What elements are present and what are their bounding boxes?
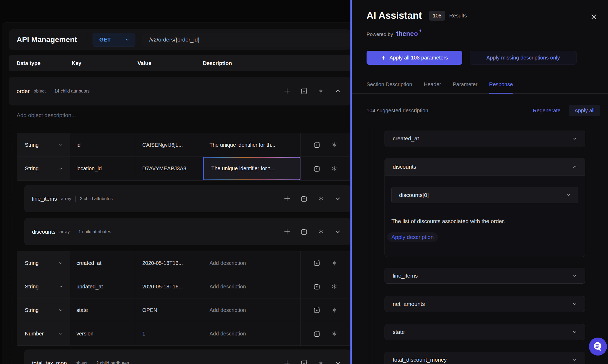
description-cell[interactable]: Add description (203, 251, 301, 275)
sparkle-icon (381, 55, 386, 61)
chat-bubble-button[interactable] (589, 338, 607, 356)
key-cell[interactable]: location_id (70, 157, 136, 180)
required-asterisk-icon[interactable] (331, 165, 338, 172)
group-kind: array (61, 196, 71, 201)
attribute-rows-group-top: String id CAISENgvlJ6jL... The unique id… (17, 133, 350, 181)
chevron-up-icon[interactable] (334, 87, 341, 95)
regenerate-link[interactable]: Regenerate (533, 108, 561, 114)
value-cell[interactable]: D7AVYMEAPJ3A3 (136, 157, 203, 180)
type-dropdown[interactable]: String (17, 133, 70, 156)
chevron-down-icon[interactable] (334, 228, 341, 235)
accordion-discounts-expanded: discounts discounts[0] The list of disco… (385, 158, 585, 257)
type-dropdown[interactable]: Number (17, 322, 70, 345)
chevron-down-icon[interactable] (334, 360, 341, 364)
ai-generate-icon[interactable] (313, 141, 320, 148)
group-key: total_tax_mon... (32, 360, 71, 364)
group-key: discounts (32, 229, 56, 235)
accordion-total-discount-money[interactable]: total_discount_money (385, 352, 585, 364)
table-row: Number version 1 Add description (17, 322, 350, 345)
accordion-state[interactable]: state (385, 324, 585, 340)
required-asterisk-icon[interactable] (331, 307, 338, 314)
apply-all-button[interactable]: Apply all (569, 105, 600, 116)
description-cell[interactable]: Add description (203, 275, 301, 298)
object-description-input[interactable]: Add object description... (17, 112, 76, 118)
value-cell[interactable]: 2020-05-18T16... (136, 275, 203, 298)
ai-generate-icon[interactable] (300, 228, 308, 235)
chevron-down-icon[interactable] (334, 195, 341, 202)
description-cell[interactable]: The unique identifier for th... (203, 133, 301, 156)
chevron-up-icon (572, 164, 578, 170)
key-cell[interactable]: state (70, 298, 136, 322)
required-asterisk-icon[interactable] (317, 360, 324, 364)
type-dropdown[interactable]: String (17, 157, 70, 180)
required-asterisk-icon[interactable] (317, 228, 324, 235)
value-cell[interactable]: 2020-05-18T16... (136, 251, 203, 275)
ai-generate-icon[interactable] (300, 87, 308, 95)
add-attribute-icon[interactable] (284, 195, 291, 202)
apply-missing-descriptions-button[interactable]: Apply missing descriptions only (470, 51, 577, 65)
chevron-down-icon (58, 260, 63, 266)
endpoint-url-input[interactable]: /v2/orders/{order_id} (142, 33, 350, 47)
type-dropdown[interactable]: String (17, 275, 70, 298)
chevron-down-icon (58, 166, 63, 171)
key-cell[interactable]: updated_at (70, 275, 136, 298)
required-asterisk-icon[interactable] (331, 330, 338, 337)
required-asterisk-icon[interactable] (331, 283, 338, 290)
add-attribute-icon[interactable] (284, 87, 291, 95)
group-row-discounts: discounts array 1 child attributes (24, 218, 350, 245)
tab-section-description[interactable]: Section Description (367, 76, 412, 93)
table-row: String id CAISENgvlJ6jL... The unique id… (17, 133, 350, 157)
ai-generate-icon[interactable] (300, 195, 308, 202)
key-cell[interactable]: id (70, 133, 136, 156)
apply-description-link[interactable]: Apply description (387, 232, 438, 242)
accordion-line-items[interactable]: line_items (385, 268, 585, 284)
chat-bubble-icon (593, 341, 603, 352)
required-asterisk-icon[interactable] (317, 87, 324, 95)
tree-indent-guide (10, 105, 10, 364)
ai-generate-icon[interactable] (313, 283, 320, 290)
panel-divider[interactable] (350, 0, 352, 364)
tab-parameter[interactable]: Parameter (453, 76, 477, 93)
suggested-description-text: The list of discounts associated with th… (391, 218, 578, 224)
type-dropdown[interactable]: String (17, 251, 70, 275)
add-attribute-icon[interactable] (284, 228, 291, 235)
key-cell[interactable]: version (70, 322, 136, 345)
value-cell[interactable]: CAISENgvlJ6jL... (136, 133, 203, 156)
type-dropdown[interactable]: String (17, 298, 70, 322)
tab-header[interactable]: Header (424, 76, 441, 93)
description-cell-highlighted[interactable]: The unique identifier for t... (203, 157, 301, 180)
value-cell[interactable]: 1 (136, 322, 203, 345)
method-dropdown[interactable]: GET (93, 33, 135, 47)
ai-generate-icon[interactable] (300, 360, 308, 364)
description-cell[interactable]: Add description (203, 298, 301, 322)
ai-generate-icon[interactable] (313, 330, 320, 337)
column-header-value: Value (138, 60, 151, 66)
chevron-down-icon (566, 192, 571, 198)
assistant-title: AI Assistant (367, 10, 422, 21)
close-icon[interactable] (590, 13, 597, 21)
chevron-down-icon (572, 329, 578, 335)
accordion-discounts-0[interactable]: discounts[0] (391, 187, 578, 203)
accordion-created-at[interactable]: created_at (385, 131, 585, 146)
ai-generate-icon[interactable] (313, 307, 320, 314)
attribute-rows-group-bottom: String created_at 2020-05-18T16... Add d… (17, 251, 350, 346)
method-label: GET (99, 36, 111, 43)
accordion-net-amounts[interactable]: net_amounts (385, 296, 585, 312)
chevron-down-icon (125, 37, 130, 42)
required-asterisk-icon[interactable] (331, 260, 338, 266)
tree-indent-guide (370, 122, 370, 364)
group-key: order (17, 88, 30, 94)
description-cell[interactable]: Add description (203, 322, 301, 345)
ai-generate-icon[interactable] (313, 165, 320, 172)
ai-highlight-gradient-border: The unique identifier for t... (203, 157, 300, 180)
ai-generate-icon[interactable] (313, 260, 320, 266)
value-cell[interactable]: OPEN (136, 298, 203, 322)
accordion-discounts-header[interactable]: discounts (385, 158, 585, 176)
tab-response[interactable]: Response (489, 76, 513, 93)
required-asterisk-icon[interactable] (331, 141, 338, 148)
add-attribute-icon[interactable] (284, 360, 291, 364)
required-asterisk-icon[interactable] (317, 195, 324, 202)
key-cell[interactable]: created_at (70, 251, 136, 275)
column-header-description: Description (203, 60, 232, 66)
apply-all-parameters-button[interactable]: Apply all 108 parameters (367, 51, 462, 65)
